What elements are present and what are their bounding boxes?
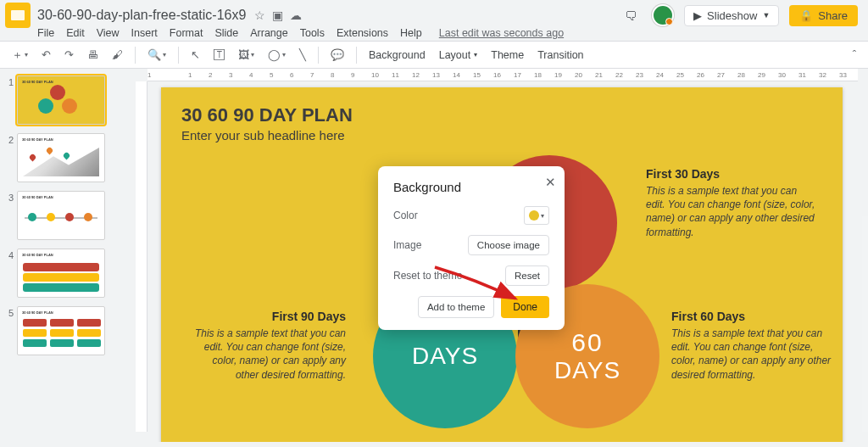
choose-image-button[interactable]: Choose image (468, 235, 549, 255)
background-dialog: Background ✕ Color ▾ Image Choose image … (378, 166, 565, 330)
chevron-down-icon: ▾ (541, 212, 544, 220)
dialog-title: Background (393, 180, 549, 194)
dialog-actions: Add to theme Done (393, 296, 549, 318)
color-picker-button[interactable]: ▾ (524, 206, 549, 225)
reset-button[interactable]: Reset (505, 265, 549, 286)
color-swatch-icon (529, 210, 539, 221)
dialog-close-icon[interactable]: ✕ (545, 175, 556, 190)
dialog-row-image: Image Choose image (393, 235, 549, 255)
dialog-row-color: Color ▾ (393, 206, 549, 225)
dialog-row-reset: Reset to theme Reset (393, 265, 549, 286)
color-label: Color (393, 210, 418, 221)
reset-label: Reset to theme (393, 270, 462, 282)
add-to-theme-button[interactable]: Add to theme (418, 296, 494, 318)
done-button[interactable]: Done (501, 296, 549, 318)
image-label: Image (393, 239, 421, 251)
